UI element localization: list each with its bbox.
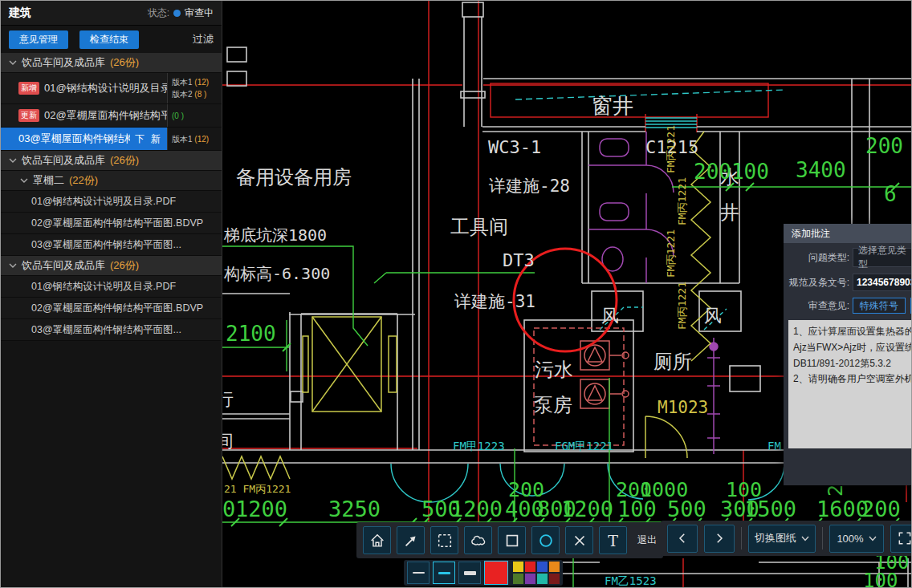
rect-select-tool-button[interactable] — [430, 526, 458, 554]
file-name: 03@罩棚屋面构件钢结构平面图... — [31, 323, 181, 337]
version-count: (12) — [194, 78, 209, 87]
svg-text:梯底坑深1800: 梯底坑深1800 — [223, 225, 327, 245]
download-tag[interactable]: 下 — [135, 132, 145, 146]
svg-text:备用设备用房: 备用设备用房 — [236, 166, 352, 189]
color-swatch-darkred[interactable] — [549, 574, 560, 584]
thick-line-icon — [464, 571, 476, 575]
color-swatch-orange[interactable] — [549, 562, 560, 572]
line-medium-button[interactable] — [433, 562, 455, 584]
review-label: 审查意见: — [788, 299, 849, 313]
svg-text:污水: 污水 — [535, 359, 573, 381]
new-badge: 新增 — [18, 82, 39, 95]
square-icon — [503, 532, 521, 549]
tree-item-2[interactable]: 更新 02@罩棚屋面构件钢结构平....BDVP (0 ) — [1, 104, 222, 128]
version-label[interactable]: 版本1 — [172, 135, 193, 144]
exit-button[interactable]: 退出 — [637, 533, 657, 547]
status-badge: 状态: 审查中 — [148, 6, 214, 20]
tree-item[interactable]: 01@钢结构设计说明及目录.PDF — [1, 276, 222, 298]
sidebar: 建筑 状态: 审查中 意见管理 检查结束 过滤 饮品车间及成品库 (26份) 新… — [1, 1, 222, 588]
rectangle-tool-button[interactable] — [498, 526, 526, 554]
svg-text:1500: 1500 — [744, 497, 796, 521]
current-color-swatch[interactable] — [484, 561, 508, 585]
version-label[interactable]: 版本2 — [172, 90, 193, 99]
group-count: (26份) — [110, 153, 139, 168]
svg-text:FM丙1221: FM丙1221 — [665, 229, 677, 278]
svg-text:3400: 3400 — [796, 158, 846, 182]
file-name: 01@钢结构设计说明及目录.PDF — [44, 81, 167, 95]
new-tag[interactable]: 新 — [151, 132, 161, 146]
cross-tool-button[interactable] — [565, 526, 593, 554]
filter-button[interactable]: 过滤 — [193, 32, 214, 47]
opinion-manage-button[interactable]: 意见管理 — [9, 30, 68, 49]
prev-sheet-button[interactable] — [667, 525, 698, 553]
tree-item-1[interactable]: 新增 01@钢结构设计说明及目录.PDF 版本1 (12) 版本2 (8 ) — [1, 73, 222, 104]
code-input[interactable] — [853, 274, 912, 291]
svg-text:井: 井 — [720, 201, 739, 224]
home-button[interactable] — [363, 526, 391, 554]
version-column: 版本1 (12) 版本2 (8 ) — [167, 73, 222, 103]
finish-check-button[interactable]: 检查结束 — [79, 30, 139, 49]
tree-item[interactable]: 02@罩棚屋面构件钢结构平面图.BDVP — [1, 298, 222, 319]
circle-icon — [537, 532, 555, 549]
cloud-tool-button[interactable] — [464, 526, 492, 554]
switch-drawing-label: 切换图纸 — [755, 531, 796, 545]
tree-item[interactable]: 01@钢结构设计说明及目录.PDF — [1, 191, 222, 213]
file-name: 02@罩棚屋面构件钢结构平面图.BDVP — [31, 302, 203, 315]
pump-layer — [534, 328, 629, 445]
color-swatch-teal[interactable] — [537, 574, 548, 584]
chevron-down-icon — [9, 156, 17, 164]
issue-type-select[interactable]: 选择意见类型 — [853, 248, 912, 267]
annotation-toolbar: T 退出 — [356, 522, 663, 558]
next-sheet-button[interactable] — [704, 525, 735, 553]
sidebar-header: 建筑 状态: 审查中 — [1, 1, 222, 26]
arrow-tool-button[interactable] — [397, 526, 425, 554]
svg-text:详建施-31: 详建施-31 — [454, 292, 535, 311]
app-window: 建筑 状态: 审查中 意见管理 检查结束 过滤 饮品车间及成品库 (26份) 新… — [0, 0, 912, 588]
circle-tool-button[interactable] — [531, 526, 560, 554]
svg-text:WC3-1: WC3-1 — [488, 137, 541, 157]
color-swatch-purple[interactable] — [525, 574, 535, 584]
line-thick-button[interactable] — [458, 562, 481, 584]
file-name: 01@钢结构设计说明及目录.PDF — [31, 195, 176, 209]
medium-line-icon — [438, 572, 450, 574]
tree-subgroup[interactable]: 罩棚二 (22份) — [1, 171, 222, 191]
tree-item[interactable]: 02@罩棚屋面构件钢结构平面图.BDVP — [1, 213, 222, 234]
color-swatch-blue[interactable] — [537, 562, 548, 572]
svg-text:风: 风 — [704, 306, 722, 326]
svg-text:窗井: 窗井 — [592, 94, 633, 118]
tree-item[interactable]: 03@罩棚屋面构件钢结构平面图... — [1, 319, 222, 341]
issue-type-label: 问题类型: — [788, 251, 849, 265]
svg-text:0: 0 — [222, 497, 235, 521]
tree-group-1[interactable]: 饮品车间及成品库 (26份) — [1, 53, 222, 73]
text-tool-button[interactable]: T — [599, 526, 627, 554]
file-name: 02@罩棚屋面构件钢结构平面图.BDVP — [31, 217, 203, 230]
line-thin-button[interactable] — [407, 562, 430, 584]
fullscreen-button[interactable] — [890, 525, 912, 553]
svg-text:泵房: 泵房 — [534, 394, 572, 416]
version-label[interactable]: 版本1 — [172, 78, 193, 87]
svg-text:行: 行 — [222, 389, 234, 409]
color-swatch-red[interactable] — [525, 562, 535, 572]
status-value: 审查中 — [185, 6, 214, 20]
group-label: 饮品车间及成品库 — [22, 258, 105, 273]
chevron-right-icon — [712, 531, 727, 545]
review-comment-textarea[interactable]: 1、应计算屋面设置集热器的有积Ajz当FWX>Ajz时，应设置统，见DB11/8… — [788, 320, 912, 448]
tree-item-3-selected[interactable]: 03@罩棚屋面构件钢结构 下 新 版本1 (12) — [1, 128, 222, 151]
color-swatch-yellow[interactable] — [513, 562, 523, 572]
svg-text:200: 200 — [861, 497, 901, 521]
code-label: 规范及条文号: — [788, 276, 849, 290]
svg-text:工具间: 工具间 — [450, 216, 508, 238]
special-symbol-button[interactable]: 特殊符号 — [853, 298, 906, 314]
zoom-level-dropdown[interactable]: 100% — [829, 525, 884, 553]
chevron-down-icon — [9, 262, 17, 270]
home-icon — [368, 532, 386, 549]
tree-group-3[interactable]: 饮品车间及成品库 (26份) — [1, 256, 222, 276]
tree-group-2[interactable]: 饮品车间及成品库 (26份) — [1, 151, 222, 171]
svg-text:1200: 1200 — [450, 497, 503, 521]
svg-text:1200: 1200 — [235, 497, 287, 521]
svg-text:FM丙1221: FM丙1221 — [676, 282, 688, 330]
color-swatch-green[interactable] — [513, 574, 523, 584]
tree-item[interactable]: 03@罩棚屋面构件钢结构平面图... — [1, 234, 222, 256]
chevron-down-icon — [20, 176, 28, 185]
switch-drawing-dropdown[interactable]: 切换图纸 — [748, 525, 816, 553]
